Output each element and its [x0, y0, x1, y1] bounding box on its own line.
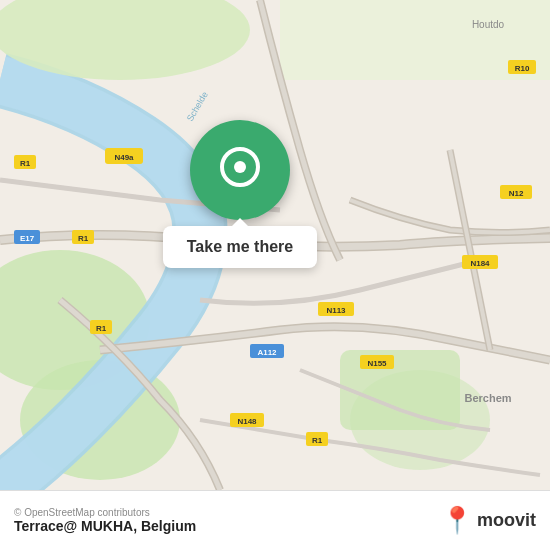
svg-text:N148: N148	[237, 417, 257, 426]
svg-text:N113: N113	[326, 306, 346, 315]
footer-left: © OpenStreetMap contributors Terrace@ MU…	[14, 507, 196, 534]
moovit-pin-icon: 📍	[441, 505, 473, 536]
moovit-logo[interactable]: 📍 moovit	[441, 505, 536, 536]
location-callout: Take me there	[130, 120, 350, 268]
osm-credit: © OpenStreetMap contributors	[14, 507, 196, 518]
svg-text:R1: R1	[96, 324, 107, 333]
location-pin-circle	[190, 120, 290, 220]
footer: © OpenStreetMap contributors Terrace@ MU…	[0, 490, 550, 550]
take-me-there-button[interactable]: Take me there	[187, 238, 293, 256]
map-container: N49a R1 E17 R1 N12 N113 N184 A112 N155 N…	[0, 0, 550, 490]
callout-bubble[interactable]: Take me there	[163, 226, 317, 268]
moovit-brand-text: moovit	[477, 510, 536, 531]
svg-rect-4	[340, 350, 460, 430]
location-label: Terrace@ MUKHA, Belgium	[14, 518, 196, 534]
svg-point-37	[234, 161, 246, 173]
svg-text:A112: A112	[257, 348, 277, 357]
svg-text:N12: N12	[509, 189, 524, 198]
svg-text:R10: R10	[515, 64, 530, 73]
svg-text:Berchem: Berchem	[464, 392, 511, 404]
svg-text:Houtdo: Houtdo	[472, 19, 505, 30]
svg-text:N184: N184	[470, 259, 490, 268]
svg-text:R1: R1	[20, 159, 31, 168]
pin-icon	[215, 142, 265, 199]
svg-text:R1: R1	[78, 234, 89, 243]
svg-text:E17: E17	[20, 234, 35, 243]
svg-text:N155: N155	[367, 359, 387, 368]
svg-text:R1: R1	[312, 436, 323, 445]
